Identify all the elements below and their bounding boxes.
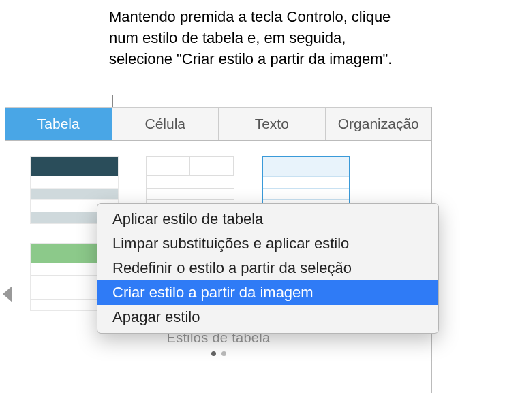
tab-cell[interactable]: Célula bbox=[112, 108, 219, 140]
menu-clear-overrides[interactable]: Limpar substituições e aplicar estilo bbox=[97, 231, 438, 256]
page-dot-icon bbox=[221, 351, 226, 356]
tab-table[interactable]: Tabela bbox=[5, 108, 112, 140]
styles-page-indicator[interactable] bbox=[30, 351, 407, 356]
page-dot-icon bbox=[211, 351, 216, 356]
style-context-menu: Aplicar estilo de tabela Limpar substitu… bbox=[97, 203, 439, 334]
menu-apply-style[interactable]: Aplicar estilo de tabela bbox=[97, 207, 438, 231]
menu-create-style-from-image[interactable]: Criar estilo a partir da imagem bbox=[97, 280, 438, 305]
tab-organization[interactable]: Organização bbox=[326, 108, 432, 140]
tab-text[interactable]: Texto bbox=[219, 108, 326, 140]
menu-delete-style[interactable]: Apagar estilo bbox=[97, 305, 438, 329]
styles-prev-arrow-icon[interactable] bbox=[3, 286, 12, 302]
instruction-callout: Mantendo premida a tecla Controlo, cliqu… bbox=[109, 7, 409, 69]
inspector-tab-bar: Tabela Célula Texto Organização bbox=[5, 107, 431, 141]
divider bbox=[12, 370, 425, 370]
menu-redefine-style[interactable]: Redefinir o estilo a partir da seleção bbox=[97, 256, 438, 280]
